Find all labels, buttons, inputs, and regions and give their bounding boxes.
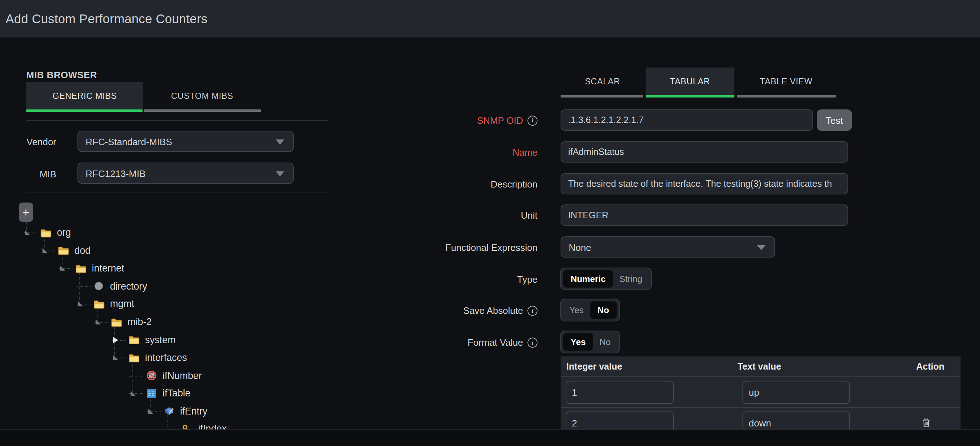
- expand-all-button[interactable]: +: [19, 203, 33, 222]
- tree-node-dod[interactable]: dod: [0, 242, 400, 260]
- tree-node-ifnumber[interactable]: ifNumber: [0, 367, 400, 384]
- divider: [26, 120, 328, 121]
- name-input[interactable]: [560, 141, 848, 162]
- type-toggle: Numeric String: [560, 268, 651, 290]
- tree-node-internet[interactable]: internet: [0, 260, 400, 277]
- mib-label: MIB: [11, 169, 56, 179]
- plus-icon: +: [22, 205, 29, 219]
- info-icon[interactable]: [528, 338, 538, 347]
- tree-node-org[interactable]: org: [0, 224, 400, 242]
- tree-node-ifentry[interactable]: ifEntry: [0, 402, 400, 420]
- format-value-label: Format Value: [350, 337, 538, 347]
- type-option-numeric[interactable]: Numeric: [563, 270, 613, 287]
- mib-browser-section-title: MIB BROWSER: [26, 70, 97, 80]
- chevron-down-icon: [757, 245, 765, 250]
- tab-generic-mibs[interactable]: GENERIC MIBS: [26, 82, 143, 109]
- expander-closed-icon[interactable]: [113, 337, 118, 343]
- expander-open-icon[interactable]: [113, 355, 118, 360]
- tree-node-mgmt[interactable]: mgmt: [0, 295, 400, 313]
- text-value-input[interactable]: [743, 381, 850, 404]
- active-tab-underline: [646, 95, 734, 98]
- format-value-option-no[interactable]: No: [593, 333, 617, 351]
- format-value-option-yes[interactable]: Yes: [563, 333, 593, 351]
- expander-open-icon[interactable]: [60, 266, 65, 271]
- vendor-select[interactable]: RFC-Standard-MIBS: [78, 131, 294, 152]
- tab-custom-mibs[interactable]: CUSTOM MIBS: [143, 82, 261, 109]
- tree-node-directory[interactable]: directory: [0, 277, 400, 295]
- chevron-down-icon: [276, 171, 285, 176]
- type-option-string[interactable]: String: [613, 270, 649, 287]
- dialog-footer: [0, 429, 980, 446]
- tab-table-view-label: TABLE VIEW: [760, 77, 813, 86]
- folder-icon: [128, 334, 140, 345]
- description-input[interactable]: [560, 173, 848, 194]
- entry-icon: [163, 406, 175, 416]
- value-mapping-table: Integer value Text value Action: [560, 356, 961, 438]
- value-table-row: [560, 377, 961, 408]
- page-title: Add Custom Performance Counters: [6, 11, 208, 26]
- expander-open-icon[interactable]: [25, 230, 30, 235]
- snmp-oid-input[interactable]: [560, 109, 813, 131]
- tree-node-label: system: [145, 334, 176, 346]
- text-value-header: Text value: [738, 361, 912, 371]
- functional-expression-label-text: Functional Expression: [445, 242, 538, 252]
- tab-table-view[interactable]: TABLE VIEW: [736, 68, 837, 95]
- not-accessible-icon: [145, 370, 158, 381]
- tree-node-label: directory: [110, 280, 147, 292]
- add-custom-performance-counters-dialog: Add Custom Performance Counters MIB BROW…: [0, 0, 980, 446]
- mib-select[interactable]: RFC1213-MIB: [78, 162, 294, 184]
- tab-tabular[interactable]: TABULAR: [646, 68, 734, 95]
- description-label-text: Description: [491, 179, 538, 190]
- chevron-down-icon: [276, 139, 285, 145]
- inactive-tab-underline: [144, 109, 261, 112]
- tree-connector: [77, 286, 91, 287]
- expander-open-icon[interactable]: [95, 320, 100, 325]
- tree-node-label: dod: [75, 245, 91, 256]
- action-header: Action: [912, 361, 961, 371]
- tab-scalar[interactable]: SCALAR: [560, 68, 644, 95]
- name-label-text: Name: [512, 147, 538, 158]
- folder-icon: [57, 245, 70, 256]
- tree-node-label: ifNumber: [162, 370, 202, 381]
- integer-value-input[interactable]: [566, 381, 674, 404]
- test-button[interactable]: Test: [817, 109, 852, 131]
- integer-value-header: Integer value: [560, 361, 738, 371]
- expander-open-icon[interactable]: [42, 248, 48, 253]
- tree-connector: [129, 375, 143, 376]
- folder-icon: [75, 263, 87, 274]
- value-table-header: Integer value Text value Action: [560, 356, 961, 377]
- save-absolute-option-no[interactable]: No: [590, 301, 617, 319]
- type-label-text: Type: [517, 274, 538, 284]
- tab-scalar-label: SCALAR: [585, 77, 620, 86]
- save-absolute-label: Save Absolute: [350, 305, 538, 316]
- save-absolute-toggle: Yes No: [560, 299, 620, 322]
- info-icon[interactable]: [528, 115, 538, 126]
- dialog-header: Add Custom Performance Counters: [0, 0, 980, 38]
- expander-open-icon[interactable]: [130, 391, 136, 396]
- tab-tabular-label: TABULAR: [670, 77, 710, 86]
- save-absolute-option-yes[interactable]: Yes: [563, 301, 590, 319]
- expander-open-icon[interactable]: [148, 409, 153, 414]
- unit-label-text: Unit: [521, 210, 538, 220]
- inactive-tab-underline: [560, 95, 643, 98]
- expander-open-icon[interactable]: [78, 301, 83, 307]
- functional-expression-value: None: [569, 242, 591, 252]
- active-tab-underline: [26, 109, 143, 112]
- tree-node-iftable[interactable]: ifTable: [0, 384, 400, 402]
- name-label: Name: [350, 147, 538, 158]
- divider: [26, 193, 328, 193]
- info-icon[interactable]: [528, 306, 538, 316]
- mib-select-value: RFC1213-MIB: [86, 168, 146, 178]
- table-icon: [145, 388, 158, 398]
- functional-expression-select[interactable]: None: [560, 236, 775, 258]
- unit-input[interactable]: [560, 204, 848, 226]
- snmp-oid-label-text: SNMP OID: [477, 115, 523, 126]
- delete-row-button[interactable]: [922, 418, 931, 428]
- trash-icon: [922, 418, 931, 428]
- tree-node-interfaces[interactable]: interfaces: [0, 349, 400, 366]
- folder-icon: [128, 352, 140, 363]
- tree-node-label: ifTable: [162, 388, 190, 399]
- tree-node-mib-2[interactable]: mib-2: [0, 313, 400, 331]
- snmp-oid-label: SNMP OID: [350, 115, 538, 126]
- tree-node-system[interactable]: system: [0, 331, 400, 349]
